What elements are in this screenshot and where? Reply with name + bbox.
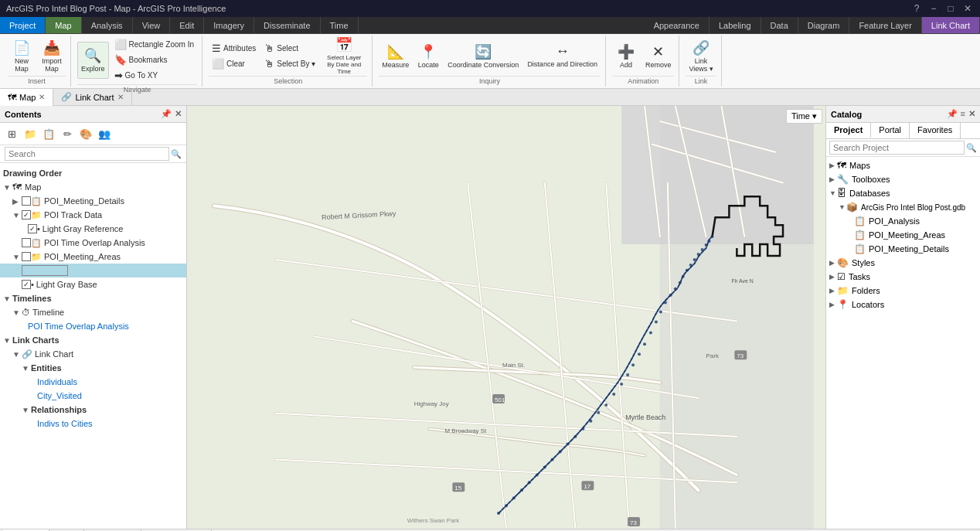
catalog-menu-icon[interactable]: ≡ xyxy=(961,109,965,119)
catalog-search-icon[interactable]: 🔍 xyxy=(966,143,977,153)
tree-item-timeline-analysis[interactable]: POI Time Overlap Analysis xyxy=(0,319,186,333)
catalog-item-poi-analysis[interactable]: 📋 POI_Analysis xyxy=(826,214,980,228)
catalog-search-input[interactable] xyxy=(829,141,965,155)
poi-track-check[interactable] xyxy=(22,210,31,220)
catalog-item-databases[interactable]: ▼ 🗄 Databases xyxy=(826,186,980,200)
poi-details-expand[interactable]: ▶ xyxy=(12,197,22,206)
contents-folder-btn[interactable]: 📁 xyxy=(22,125,39,142)
catalog-item-locators[interactable]: ▶ 📍 Locators xyxy=(826,298,980,311)
catalog-close-icon[interactable]: ✕ xyxy=(968,109,975,119)
pto-check[interactable] xyxy=(22,238,31,247)
tree-item-poi-meeting-details[interactable]: ▶ 📋 POI_Meeting_Details xyxy=(0,194,186,208)
entities-expand[interactable]: ▼ xyxy=(22,364,31,373)
menu-tab-appearance[interactable]: Appearance xyxy=(645,17,709,33)
styles-expand[interactable]: ▶ xyxy=(829,259,837,267)
menu-tab-time[interactable]: Time xyxy=(321,17,359,33)
lgr-check[interactable] xyxy=(28,224,37,233)
menu-tab-labeling[interactable]: Labeling xyxy=(709,17,761,33)
catalog-item-tasks[interactable]: ▶ ☑ Tasks xyxy=(826,270,980,284)
tree-item-light-gray-ref[interactable]: • Light Gray Reference xyxy=(0,222,186,236)
rectangle-zoom-button[interactable]: ⬜ Rectangle Zoom In xyxy=(111,37,198,52)
catalog-item-poi-meeting-details[interactable]: 📋 POI_Meeting_Details xyxy=(826,242,980,256)
menu-tab-data[interactable]: Data xyxy=(761,17,798,33)
menu-tab-feature-layer[interactable]: Feature Layer xyxy=(849,17,921,33)
pma-check[interactable] xyxy=(22,252,31,261)
catalog-tab-portal[interactable]: Portal xyxy=(871,123,910,138)
catalog-item-styles[interactable]: ▶ 🎨 Styles xyxy=(826,256,980,270)
tree-item-timeline[interactable]: ▼ ⏱ Timeline xyxy=(0,305,186,319)
close-button[interactable]: ✕ xyxy=(961,2,974,15)
time-indicator[interactable]: Time ▾ xyxy=(786,109,822,124)
search-button[interactable]: 🔍 xyxy=(171,149,182,159)
tree-item-light-gray-base[interactable]: • Light Gray Base xyxy=(0,277,186,291)
menu-tab-diagram[interactable]: Diagram xyxy=(798,17,850,33)
contents-symbology-btn[interactable]: 🎨 xyxy=(77,125,94,142)
clear-button[interactable]: ⬜ Clear xyxy=(209,56,259,71)
timeline-expand[interactable]: ▼ xyxy=(12,308,22,317)
map-expand-icon[interactable]: ▼ xyxy=(3,183,12,192)
map-container[interactable]: Robert M Grissom Pkwy Highway Joy Main S… xyxy=(187,106,825,529)
poi-track-expand[interactable]: ▼ xyxy=(12,211,22,220)
new-map-button[interactable]: 📄 NewMap xyxy=(8,37,36,74)
catalog-tab-project[interactable]: Project xyxy=(826,123,871,138)
bookmarks-button[interactable]: 🔖 Bookmarks xyxy=(111,53,198,67)
catalog-item-toolboxes[interactable]: ▶ 🔧 Toolboxes xyxy=(826,172,980,186)
locators-expand[interactable]: ▶ xyxy=(829,301,837,308)
catalog-item-poi-meeting-areas[interactable]: 📋 POI_Meeting_Areas xyxy=(826,228,980,242)
tree-item-map[interactable]: ▼ 🗺 Map xyxy=(0,180,186,194)
tasks-expand[interactable]: ▶ xyxy=(829,273,837,281)
doc-tab-map[interactable]: 🗺 Map ✕ xyxy=(0,89,53,106)
tree-item-entities[interactable]: ▼ Entities xyxy=(0,361,186,375)
catalog-tab-favorites[interactable]: Favorites xyxy=(910,123,961,138)
contents-edit-btn[interactable]: ✏ xyxy=(59,125,76,142)
catalog-item-maps[interactable]: ▶ 🗺 Maps xyxy=(826,158,980,172)
menu-tab-view[interactable]: View xyxy=(133,17,171,33)
catalog-item-gdb[interactable]: ▼ 📦 ArcGis Pro Intel Blog Post.gdb xyxy=(826,200,980,214)
explore-button[interactable]: 🔍 Explore xyxy=(77,42,109,79)
map-tab-close[interactable]: ✕ xyxy=(39,93,45,101)
poi-details-check[interactable] xyxy=(22,196,31,206)
import-map-button[interactable]: 📥 ImportMap xyxy=(38,37,66,74)
select-layer-by-date-button[interactable]: 📅 Select Layer By Date and Time xyxy=(321,37,367,74)
menu-tab-edit[interactable]: Edit xyxy=(170,17,204,33)
contents-group-btn[interactable]: 👥 xyxy=(96,125,113,142)
tree-item-link-charts-header[interactable]: ▼ Link Charts xyxy=(0,333,186,347)
catalog-item-folders[interactable]: ▶ 📁 Folders xyxy=(826,284,980,298)
tree-item-poi-time-overlap[interactable]: 📋 POI Time Overlap Analysis xyxy=(0,236,186,250)
menu-tab-map[interactable]: Map xyxy=(46,17,81,33)
remove-animation-button[interactable]: ✕ Remove xyxy=(642,37,675,74)
link-chart-tab-close[interactable]: ✕ xyxy=(117,93,124,101)
contents-add-btn[interactable]: ⊞ xyxy=(3,125,20,142)
search-input[interactable] xyxy=(5,147,169,161)
add-animation-button[interactable]: ➕ Add xyxy=(612,37,640,74)
help-button[interactable]: ? xyxy=(910,2,923,15)
minimize-button[interactable]: − xyxy=(927,2,940,15)
tree-item-indivs-cities[interactable]: Indivs to Cities xyxy=(0,417,186,431)
restore-button[interactable]: □ xyxy=(944,2,957,15)
maps-expand[interactable]: ▶ xyxy=(829,162,837,169)
catalog-pin-icon[interactable]: 📌 xyxy=(947,109,958,119)
contents-layer-btn[interactable]: 📋 xyxy=(40,125,57,142)
menu-tab-project[interactable]: Project xyxy=(0,17,46,33)
databases-expand[interactable]: ▼ xyxy=(829,189,837,197)
menu-tab-analysis[interactable]: Analysis xyxy=(82,17,133,33)
select-button[interactable]: 🖱 Select xyxy=(261,41,318,56)
tree-item-poi-track[interactable]: ▼ 📁 POI Track Data xyxy=(0,208,186,222)
lgb-check[interactable] xyxy=(22,280,31,289)
link-charts-expand[interactable]: ▼ xyxy=(3,336,12,345)
tree-item-relationships[interactable]: ▼ Relationships xyxy=(0,403,186,417)
menu-tab-disseminate[interactable]: Disseminate xyxy=(254,17,321,33)
menu-tab-imagery[interactable]: Imagery xyxy=(204,17,254,33)
contents-close-icon[interactable]: ✕ xyxy=(175,109,182,119)
coordinate-conversion-button[interactable]: 🔄 Coordinate Conversion xyxy=(444,37,522,74)
tree-item-city-visited[interactable]: City_Visited xyxy=(0,389,186,403)
relationships-expand[interactable]: ▼ xyxy=(22,406,31,414)
measure-button[interactable]: 📐 Measure xyxy=(379,37,412,74)
tree-item-individuals[interactable]: Individuals xyxy=(0,375,186,389)
tree-item-timelines-header[interactable]: ▼ Timelines xyxy=(0,291,186,305)
distance-direction-button[interactable]: ↔ Distance and Direction xyxy=(524,37,601,74)
toolboxes-expand[interactable]: ▶ xyxy=(829,175,837,183)
locate-button[interactable]: 📍 Locate xyxy=(414,37,442,74)
tree-item-link-chart[interactable]: ▼ 🔗 Link Chart xyxy=(0,347,186,361)
pma-expand[interactable]: ▼ xyxy=(12,253,22,261)
